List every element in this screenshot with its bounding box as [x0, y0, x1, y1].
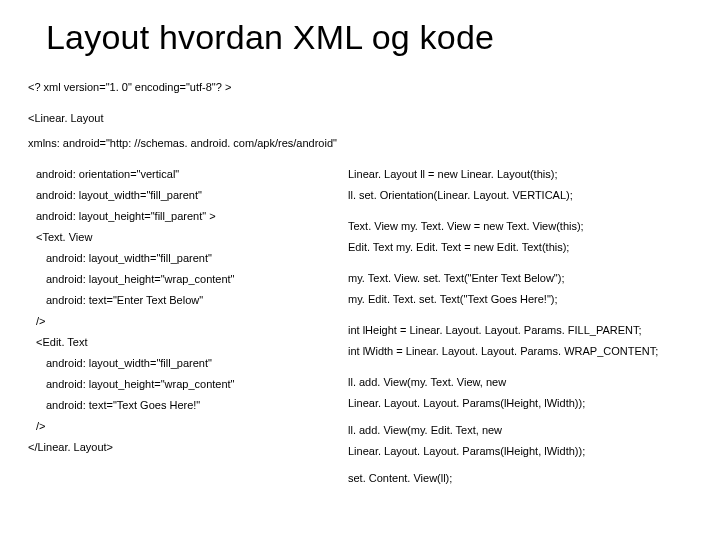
textview-open: <Text. View	[28, 227, 328, 248]
java-addview-tv-a: ll. add. View(my. Text. View, new	[348, 372, 668, 393]
java-setcontentview: set. Content. View(ll);	[348, 468, 668, 489]
java-lheight: int lHeight = Linear. Layout. Layout. Pa…	[348, 320, 668, 341]
edittext-close: />	[28, 416, 328, 437]
attr-layout-height: android: layout_height="fill_parent" >	[28, 206, 328, 227]
xml-head-block: <? xml version="1. 0" encoding="utf-8"? …	[28, 75, 692, 156]
slide: Layout hvordan XML og kode <? xml versio…	[0, 0, 720, 540]
textview-close: />	[28, 311, 328, 332]
edittext-width: android: layout_width="fill_parent"	[28, 353, 328, 374]
blank	[348, 206, 668, 216]
xmlns-attr: xmlns: android="http: //schemas. android…	[28, 131, 692, 156]
xml-declaration: <? xml version="1. 0" encoding="utf-8"? …	[28, 75, 692, 100]
columns: android: orientation="vertical" android:…	[28, 164, 692, 489]
linearlayout-open: <Linear. Layout	[28, 106, 692, 131]
blank	[348, 362, 668, 372]
java-new-textview: Text. View my. Text. View = new Text. Vi…	[348, 216, 668, 237]
java-lwidth: int lWidth = Linear. Layout. Layout. Par…	[348, 341, 668, 362]
edittext-text: android: text="Text Goes Here!"	[28, 395, 328, 416]
java-settext-tv: my. Text. View. set. Text("Enter Text Be…	[348, 268, 668, 289]
java-new-edittext: Edit. Text my. Edit. Text = new Edit. Te…	[348, 237, 668, 258]
blank	[348, 310, 668, 320]
java-settext-et: my. Edit. Text. set. Text("Text Goes Her…	[348, 289, 668, 310]
java-addview-tv-b: Linear. Layout. Layout. Params(lHeight, …	[348, 393, 668, 414]
linearlayout-close: </Linear. Layout>	[28, 437, 328, 458]
java-addview-et-a: ll. add. View(my. Edit. Text, new	[348, 420, 668, 441]
attr-orientation: android: orientation="vertical"	[28, 164, 328, 185]
attr-layout-width: android: layout_width="fill_parent"	[28, 185, 328, 206]
java-new-ll: Linear. Layout ll = new Linear. Layout(t…	[348, 164, 668, 185]
java-column: Linear. Layout ll = new Linear. Layout(t…	[348, 164, 668, 489]
textview-width: android: layout_width="fill_parent"	[28, 248, 328, 269]
edittext-open: <Edit. Text	[28, 332, 328, 353]
blank	[348, 258, 668, 268]
java-set-orientation: ll. set. Orientation(Linear. Layout. VER…	[348, 185, 668, 206]
xml-column: android: orientation="vertical" android:…	[28, 164, 328, 489]
textview-height: android: layout_height="wrap_content"	[28, 269, 328, 290]
java-addview-et-b: Linear. Layout. Layout. Params(lHeight, …	[348, 441, 668, 462]
slide-title: Layout hvordan XML og kode	[46, 18, 692, 57]
textview-text: android: text="Enter Text Below"	[28, 290, 328, 311]
edittext-height: android: layout_height="wrap_content"	[28, 374, 328, 395]
